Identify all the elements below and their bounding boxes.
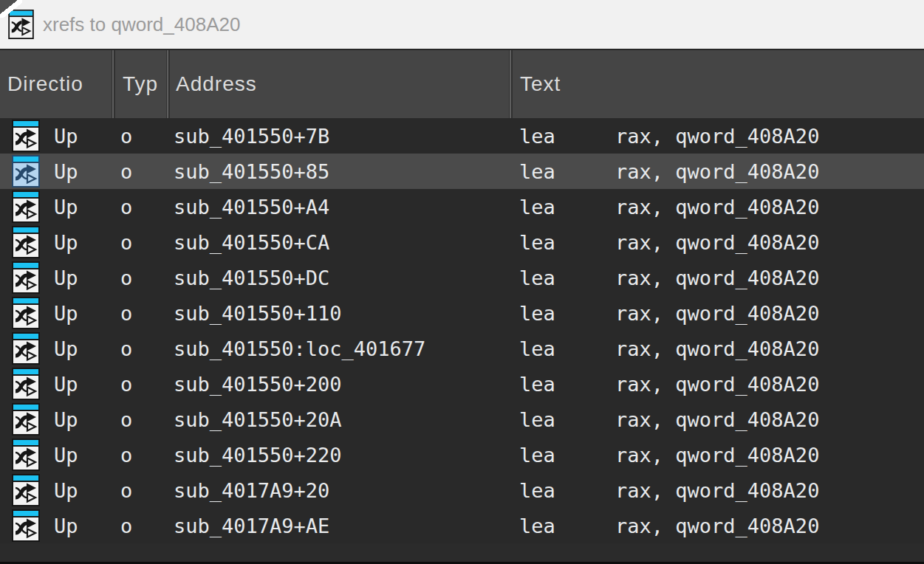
type-cell: o (120, 266, 174, 289)
direction-cell: Up (54, 408, 120, 431)
type-cell: o (120, 302, 174, 325)
direction-cell: Up (54, 266, 120, 289)
address-cell: sub_401550:loc_401677 (174, 337, 519, 360)
xrefs-window: xrefs to qword_408A20 Directio Typ Addre… (0, 0, 924, 564)
text-cell: lea rax, qword_408A20 (519, 444, 924, 467)
type-cell: o (120, 196, 174, 219)
type-cell: o (120, 444, 174, 467)
address-cell: sub_401550+7B (174, 125, 519, 148)
xref-icon-cell (0, 118, 54, 154)
xref-icon-cell (0, 472, 54, 508)
address-cell: sub_401550+DC (174, 266, 519, 289)
text-cell: lea rax, qword_408A20 (519, 408, 924, 431)
xref-icon-cell (0, 366, 54, 402)
text-cell: lea rax, qword_408A20 (519, 196, 924, 219)
xref-icon (12, 474, 40, 506)
xref-icon-cell (0, 260, 54, 295)
xref-row-5[interactable]: Up o sub_401550+110 lea rax, qword_408A2… (0, 295, 924, 331)
window-titlebar: xrefs to qword_408A20 (0, 0, 924, 49)
text-cell: lea rax, qword_408A20 (519, 337, 924, 360)
address-cell: sub_401550+220 (174, 444, 519, 467)
text-cell: lea rax, qword_408A20 (519, 479, 924, 502)
xref-icon (12, 297, 40, 329)
xref-row-10[interactable]: Up o sub_4017A9+20 lea rax, qword_408A20 (0, 472, 924, 508)
xref-icon-cell (0, 189, 54, 224)
column-header-text[interactable]: Text (513, 50, 924, 118)
text-cell: lea rax, qword_408A20 (519, 266, 924, 289)
xref-icon (12, 509, 40, 542)
xref-row-4[interactable]: Up o sub_401550+DC lea rax, qword_408A20 (0, 260, 924, 295)
direction-cell: Up (54, 196, 120, 219)
type-cell: o (120, 337, 174, 360)
xref-icon (12, 190, 40, 223)
xref-icon (12, 403, 40, 436)
type-cell: o (120, 160, 174, 183)
direction-cell: Up (54, 515, 120, 537)
window-corner-decoration (0, 0, 22, 18)
direction-cell: Up (54, 231, 120, 254)
xref-icon (12, 226, 40, 258)
text-cell: lea rax, qword_408A20 (519, 515, 924, 537)
xref-icon (12, 332, 40, 365)
xref-table-header: Directio Typ Address Text (0, 49, 924, 118)
column-header-address[interactable]: Address (170, 50, 509, 118)
type-cell: o (120, 373, 174, 396)
xref-row-9[interactable]: Up o sub_401550+220 lea rax, qword_408A2… (0, 437, 924, 472)
xref-icon-cell (0, 224, 54, 260)
xref-icon-cell (0, 295, 54, 331)
address-cell: sub_401550+CA (174, 231, 519, 254)
direction-cell: Up (54, 125, 120, 148)
xref-icon (12, 155, 40, 188)
xref-row-0[interactable]: Up o sub_401550+7B lea rax, qword_408A20 (0, 118, 924, 154)
xref-icon (12, 368, 40, 400)
address-cell: sub_401550+85 (174, 160, 519, 183)
xref-icon-cell (0, 437, 54, 472)
xref-row-3[interactable]: Up o sub_401550+CA lea rax, qword_408A20 (0, 224, 924, 260)
xref-icon (12, 120, 40, 152)
address-cell: sub_401550+A4 (174, 196, 519, 219)
direction-cell: Up (54, 337, 120, 360)
direction-cell: Up (54, 373, 120, 396)
window-title: xrefs to qword_408A20 (43, 13, 240, 36)
text-cell: lea rax, qword_408A20 (519, 373, 924, 396)
address-cell: sub_401550+20A (174, 408, 519, 431)
xref-row-8[interactable]: Up o sub_401550+20A lea rax, qword_408A2… (0, 402, 924, 437)
xref-table-body: Up o sub_401550+7B lea rax, qword_408A20… (0, 118, 924, 543)
column-header-direction[interactable]: Directio (0, 50, 112, 118)
text-cell: lea rax, qword_408A20 (519, 302, 924, 325)
type-cell: o (120, 231, 174, 254)
xref-row-6[interactable]: Up o sub_401550:loc_401677 lea rax, qwor… (0, 331, 924, 366)
window-footer (0, 543, 924, 564)
direction-cell: Up (54, 160, 120, 183)
column-header-type[interactable]: Typ (115, 50, 166, 118)
text-cell: lea rax, qword_408A20 (519, 125, 924, 148)
text-cell: lea rax, qword_408A20 (519, 231, 924, 254)
direction-cell: Up (54, 444, 120, 467)
xref-row-2[interactable]: Up o sub_401550+A4 lea rax, qword_408A20 (0, 189, 924, 224)
address-cell: sub_401550+110 (174, 302, 519, 325)
xref-icon-cell (0, 331, 54, 366)
xref-icon-cell (0, 154, 54, 189)
xref-row-7[interactable]: Up o sub_401550+200 lea rax, qword_408A2… (0, 366, 924, 402)
text-cell: lea rax, qword_408A20 (519, 160, 924, 183)
address-cell: sub_4017A9+20 (174, 479, 519, 502)
direction-cell: Up (54, 479, 120, 502)
address-cell: sub_401550+200 (174, 373, 519, 396)
direction-cell: Up (54, 302, 120, 325)
xref-icon-cell (0, 508, 54, 543)
xref-row-1[interactable]: Up o sub_401550+85 lea rax, qword_408A20 (0, 154, 924, 189)
type-cell: o (120, 125, 174, 148)
xref-icon (12, 439, 40, 471)
xref-row-11[interactable]: Up o sub_4017A9+AE lea rax, qword_408A20 (0, 508, 924, 543)
type-cell: o (120, 515, 174, 537)
xref-icon (12, 261, 40, 294)
address-cell: sub_4017A9+AE (174, 515, 519, 537)
xref-icon-cell (0, 402, 54, 437)
type-cell: o (120, 479, 174, 502)
type-cell: o (120, 408, 174, 431)
